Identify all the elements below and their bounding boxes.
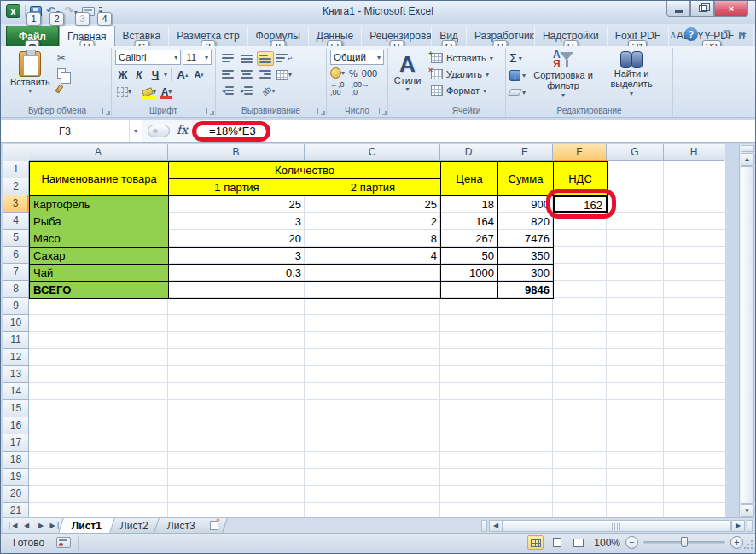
insert-cells-button[interactable]: + Вставить▾ (431, 50, 502, 66)
scroll-down-icon[interactable]: ▼ (741, 504, 754, 517)
copy-icon[interactable]: ▾ (57, 67, 73, 79)
insert-worksheet-button[interactable] (201, 518, 228, 533)
restore-icon[interactable]: ❐ (723, 29, 731, 40)
cell-B1[interactable]: Количество (168, 161, 441, 179)
cell-D4[interactable]: 164 (440, 213, 498, 230)
vertical-scrollbar[interactable]: ▲ ▼ (739, 144, 754, 517)
cell-F1[interactable]: НДС (553, 161, 608, 196)
help-icon[interactable]: ? (684, 27, 698, 41)
comma-style-button[interactable]: 000 (362, 68, 377, 79)
restore-button[interactable] (690, 1, 714, 17)
cell-E1[interactable]: Сумма (497, 161, 554, 196)
zoom-slider[interactable] (643, 541, 725, 544)
next-sheet-icon[interactable]: ▶ (34, 520, 48, 532)
format-cells-button[interactable]: Формат▾ (431, 83, 502, 98)
zoom-slider-thumb[interactable] (681, 537, 688, 547)
tab-Данные[interactable]: ДанныеЫ (309, 26, 362, 46)
insert-function-icon[interactable]: fx (173, 120, 195, 142)
cell-styles-button[interactable]: A Стили ▾ (392, 50, 423, 95)
tab-Разметка стр[interactable]: Разметка стрЗ (169, 26, 247, 46)
cell-A6[interactable]: Сахар (29, 247, 169, 265)
chevron-down-icon[interactable]: ▾ (164, 71, 167, 79)
cell-A7[interactable]: Чай (29, 264, 169, 282)
row-header-9[interactable]: 9 (3, 298, 29, 315)
cell-C3[interactable]: 25 (305, 195, 441, 213)
dialog-launcher-icon[interactable] (206, 108, 213, 114)
zoom-out-button[interactable]: − (625, 536, 638, 549)
orientation-icon[interactable]: ab▾ (257, 84, 281, 98)
tab-Разработчик[interactable]: РазработчикЧ (467, 26, 535, 46)
scrollbar-thumb[interactable] (741, 166, 754, 504)
name-box[interactable]: F3 ▾ (1, 120, 142, 142)
row-header-17[interactable]: 17 (3, 434, 29, 452)
page-break-view-button[interactable] (570, 535, 586, 550)
dialog-launcher-icon[interactable] (317, 108, 324, 114)
minimize-icon[interactable]: — (706, 29, 715, 39)
tab-Foxit PDF[interactable]: Foxit PDFЭ1 (608, 26, 669, 46)
minimize-button[interactable] (666, 1, 690, 17)
horizontal-scrollbar[interactable]: ◀ ▶ (480, 518, 754, 533)
cell-C7[interactable] (305, 264, 441, 282)
normal-view-button[interactable] (527, 535, 544, 550)
cell-E7[interactable]: 300 (497, 264, 554, 282)
cell-D7[interactable]: 1000 (440, 264, 498, 282)
sheet-tab-Лист3[interactable]: Лист3 (154, 518, 208, 533)
cell-E5[interactable]: 7476 (497, 230, 554, 248)
row-header-7[interactable]: 7 (3, 264, 29, 281)
align-top-icon[interactable] (219, 51, 236, 66)
autosum-button[interactable]: Σ▾ (509, 50, 526, 66)
tab-Надстройки[interactable]: НадстройкиН (535, 26, 608, 46)
column-header-D[interactable]: D (440, 144, 497, 161)
cell-E4[interactable]: 820 (497, 213, 554, 230)
row-header-6[interactable]: 6 (3, 247, 29, 264)
borders-button[interactable]: ▾ (115, 85, 133, 99)
row-header-19[interactable]: 19 (3, 469, 29, 486)
grow-font-button[interactable]: А▴ (175, 67, 190, 82)
cell-A5[interactable]: Мясо (29, 230, 169, 248)
collapse-ribbon-icon[interactable]: ∧ (670, 29, 677, 40)
cells-layer[interactable]: Наименование товараКоличество1 партия2 п… (29, 161, 725, 517)
format-painter-icon[interactable] (57, 82, 73, 95)
row-header-18[interactable]: 18 (3, 452, 29, 469)
increase-indent-icon[interactable]: ▸ (238, 84, 255, 98)
cell-C5[interactable]: 8 (305, 230, 441, 248)
cell-D6[interactable]: 50 (440, 247, 498, 265)
number-format-select[interactable]: Общий▾ (330, 50, 384, 65)
scroll-up-icon[interactable]: ▲ (741, 153, 754, 166)
bold-button[interactable]: Ж (115, 67, 131, 82)
align-left-icon[interactable] (219, 67, 236, 82)
cell-B3[interactable]: 25 (168, 195, 305, 213)
cell-E8[interactable]: 9846 (497, 281, 554, 299)
row-header-14[interactable]: 14 (3, 383, 29, 400)
cell-C2[interactable]: 2 партия (305, 178, 441, 196)
row-header-13[interactable]: 13 (3, 366, 29, 383)
sort-filter-button[interactable]: АЯ Сортировка и фильтр▾ (529, 50, 597, 104)
accounting-format-icon[interactable]: ▾ (330, 67, 345, 79)
cell-A1[interactable]: Наименование товара (29, 161, 169, 196)
fill-button[interactable]: ↓▾ (509, 67, 526, 83)
tab-Вставка[interactable]: ВставкаС (115, 26, 170, 46)
cell-B6[interactable]: 3 (168, 247, 305, 265)
column-header-E[interactable]: E (497, 144, 553, 161)
zoom-in-button[interactable]: + (730, 536, 743, 549)
split-handle[interactable] (747, 520, 753, 532)
cell-A3[interactable]: Картофель (29, 195, 169, 213)
scrollbar-thumb[interactable] (503, 520, 731, 532)
cell-B4[interactable]: 3 (168, 213, 305, 230)
dialog-launcher-icon[interactable] (102, 108, 109, 114)
fill-color-button[interactable]: ▾ (141, 85, 158, 99)
font-name-select[interactable]: Calibri▾ (115, 50, 181, 65)
page-layout-view-button[interactable] (549, 535, 565, 550)
percent-style-button[interactable]: % (349, 68, 358, 79)
cell-B7[interactable]: 0,3 (168, 264, 305, 282)
row-header-21[interactable]: 21 (3, 503, 29, 517)
cell-C8[interactable] (305, 281, 441, 299)
cell-C4[interactable]: 2 (305, 213, 441, 230)
scroll-right-icon[interactable]: ▶ (731, 520, 745, 532)
font-color-button[interactable]: А▾ (159, 85, 174, 99)
row-header-15[interactable]: 15 (3, 400, 29, 417)
cell-B2[interactable]: 1 партия (168, 178, 305, 196)
decrease-indent-icon[interactable]: ◂ (219, 84, 236, 98)
row-header-4[interactable]: 4 (3, 213, 29, 230)
cell-C6[interactable]: 4 (305, 247, 441, 265)
